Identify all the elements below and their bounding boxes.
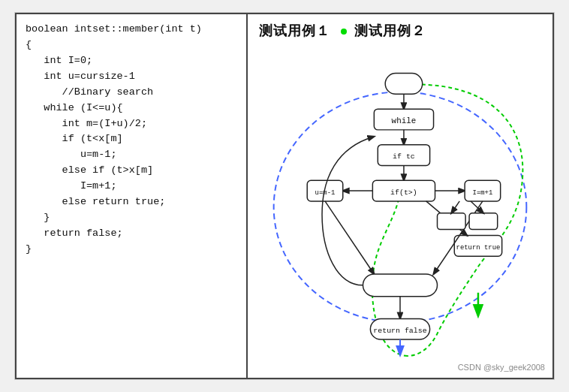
svg-text:if(t>): if(t>) xyxy=(390,188,417,197)
svg-text:return true: return true xyxy=(456,244,501,252)
svg-rect-1 xyxy=(385,74,423,95)
svg-rect-22 xyxy=(363,274,437,297)
svg-rect-28 xyxy=(438,213,466,230)
svg-text:while: while xyxy=(392,116,417,125)
code-panel: boolean intset::member(int t) { int I=0;… xyxy=(15,13,248,379)
svg-rect-29 xyxy=(469,213,498,230)
svg-text:if tc: if tc xyxy=(393,152,415,161)
code-text: boolean intset::member(int t) { int I=0;… xyxy=(26,22,237,258)
flowchart-svg: while if tc if(t>) u=m-1 I=m+1 return xyxy=(248,14,552,378)
main-container: boolean intset::member(int t) { int I=0;… xyxy=(14,12,555,380)
watermark: CSDN @sky_geek2008 xyxy=(458,363,545,372)
flowchart-panel: 测试用例１ 测试用例２ while if tc xyxy=(246,13,554,379)
svg-text:I=m+1: I=m+1 xyxy=(473,189,493,197)
svg-line-30 xyxy=(451,201,459,213)
svg-text:return false: return false xyxy=(373,327,426,335)
